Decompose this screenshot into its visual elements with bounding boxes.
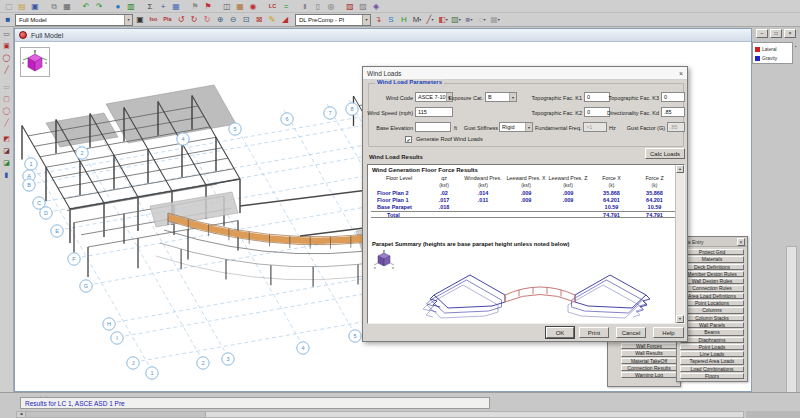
member-menu-icon[interactable]: M▾ bbox=[411, 14, 423, 25]
line-unselect-icon[interactable]: ╱ bbox=[1, 118, 12, 128]
equal-solve-icon[interactable]: = bbox=[280, 1, 292, 12]
new-view-icon[interactable]: ▣ bbox=[134, 14, 146, 25]
base-elevation-input[interactable] bbox=[415, 122, 451, 132]
data-entry-button[interactable]: Beams bbox=[680, 329, 744, 335]
pin-icon[interactable]: ▪ bbox=[795, 43, 797, 49]
data-entry-button[interactable]: Connection Rules bbox=[680, 285, 744, 291]
rotate-iso-icon[interactable]: ↻ bbox=[201, 14, 213, 25]
pencil-edit-icon[interactable]: ✎ bbox=[266, 14, 278, 25]
view-window-titlebar[interactable]: Full Model bbox=[15, 29, 751, 42]
criteria-select-icon[interactable]: ◪ bbox=[1, 146, 12, 156]
calc-loads-button[interactable]: Calc Loads bbox=[645, 148, 685, 159]
circle-tool-icon[interactable]: ◌▾ bbox=[476, 14, 488, 25]
restore-icon[interactable]: □ bbox=[770, 29, 782, 38]
scrollbar-thumb[interactable] bbox=[26, 412, 206, 417]
data-entry-button[interactable]: Materials bbox=[680, 256, 744, 262]
results-scrollbar[interactable]: ▲ ▼ bbox=[675, 165, 684, 323]
help-button[interactable]: Help bbox=[653, 327, 684, 338]
box-unselect-icon[interactable]: ▭ bbox=[1, 82, 12, 92]
flag-red-icon[interactable]: ⚑ bbox=[202, 1, 214, 12]
data-entry-button[interactable]: Member Design Rules bbox=[680, 271, 744, 277]
exposure-cat-select[interactable]: B▾ bbox=[485, 92, 517, 102]
data-entry-button[interactable]: Point Locations bbox=[680, 300, 744, 306]
directionality-kd-input[interactable]: .85 bbox=[661, 107, 685, 117]
node-edit-icon[interactable]: + bbox=[157, 1, 169, 12]
app-window-icon[interactable]: ■ bbox=[2, 14, 14, 25]
data-entry-button[interactable]: Tapered Area Loads bbox=[680, 358, 744, 364]
grid-tool-icon[interactable]: ▦▾ bbox=[489, 14, 501, 25]
print-icon[interactable]: ▦ bbox=[61, 1, 73, 12]
modify-tool-icon[interactable]: ■▾ bbox=[463, 14, 475, 25]
ok-button[interactable]: OK bbox=[546, 327, 574, 338]
tile-windows-icon[interactable]: ◫ bbox=[221, 1, 233, 12]
red-grid-icon[interactable]: ▨ bbox=[344, 1, 356, 12]
report-icon[interactable]: ▯ bbox=[312, 1, 324, 12]
data-entry-button[interactable]: Wall Panels bbox=[680, 322, 744, 328]
scroll-left-icon[interactable]: ◀ bbox=[17, 412, 26, 417]
data-entry-button[interactable]: Diaphragms bbox=[680, 337, 744, 343]
result-selector-combo[interactable]: DL PreComp - Pl ▾ bbox=[295, 14, 371, 26]
data-entry-button[interactable]: Columns bbox=[680, 307, 744, 313]
zoom-out-icon[interactable]: ⊖ bbox=[227, 14, 239, 25]
gust-stiffness-select[interactable]: Rigid▾ bbox=[499, 122, 533, 132]
data-entry-button[interactable]: Column Stacks bbox=[680, 315, 744, 321]
results-panel-button[interactable]: Connection Results bbox=[621, 365, 677, 371]
horizontal-scrollbar[interactable]: ◀ bbox=[16, 411, 744, 418]
help-icon[interactable]: ◈ bbox=[370, 1, 382, 12]
rotate-right-icon[interactable]: ↻ bbox=[188, 14, 200, 25]
load-combination-icon[interactable]: LC bbox=[266, 1, 279, 12]
new-file-icon[interactable]: ▢ bbox=[3, 1, 15, 12]
iso-view-button[interactable]: Iso bbox=[147, 14, 160, 25]
zoom-extents-icon[interactable]: ⊠ bbox=[253, 14, 265, 25]
cancel-button[interactable]: Cancel bbox=[616, 327, 646, 338]
results-panel-button[interactable]: Warning Log bbox=[621, 372, 677, 378]
data-entry-button[interactable]: Area Load Definitions bbox=[680, 293, 744, 299]
apply-load-icon[interactable]: ↴ bbox=[372, 14, 384, 25]
members-icon[interactable]: ‖ bbox=[299, 1, 311, 12]
close-icon[interactable]: × bbox=[784, 29, 796, 38]
flag-gray-icon[interactable]: ⚑ bbox=[189, 1, 201, 12]
draw-area-icon[interactable]: ▨▾ bbox=[450, 14, 462, 25]
data-entry-button[interactable]: Point Loads bbox=[680, 344, 744, 350]
data-entry-button[interactable]: Wall Design Rules bbox=[680, 278, 744, 284]
save-icon[interactable]: ▣ bbox=[29, 1, 41, 12]
spreadsheet-icon[interactable]: ▦ bbox=[234, 1, 246, 12]
rotate-left-icon[interactable]: ↺ bbox=[175, 14, 187, 25]
copy-icon[interactable]: ⧉ bbox=[48, 1, 60, 12]
wind-load-icon[interactable]: H bbox=[398, 14, 410, 25]
box-select-icon[interactable]: ▭ bbox=[1, 29, 12, 39]
data-entry-button[interactable]: Project Grid bbox=[680, 249, 744, 255]
open-file-icon[interactable]: ▤ bbox=[16, 1, 28, 12]
section-sets-icon[interactable]: Σ bbox=[144, 1, 156, 12]
snow-load-icon[interactable]: S bbox=[385, 14, 397, 25]
view-selector-combo[interactable]: Full Model ▾ bbox=[15, 14, 133, 26]
results-panel-button[interactable]: Wall Forces bbox=[621, 343, 677, 349]
close-icon[interactable]: × bbox=[737, 238, 745, 246]
plan-view-button[interactable]: Pla bbox=[161, 14, 174, 25]
print-preview-icon[interactable]: ▥ bbox=[125, 1, 137, 12]
topo-k3-input[interactable]: 0 bbox=[661, 92, 685, 102]
preview-icon[interactable]: ◎ bbox=[325, 1, 337, 12]
grid-icon[interactable]: ▦ bbox=[170, 1, 182, 12]
gray-grid-icon[interactable]: ▨ bbox=[357, 1, 369, 12]
results-panel-button[interactable]: Wall Results bbox=[621, 350, 677, 356]
draw-plates-icon[interactable]: ◧▾ bbox=[437, 14, 449, 25]
lock-unselected-icon[interactable]: ▮ bbox=[1, 170, 12, 180]
box-unselect-red-icon[interactable]: ▢ bbox=[1, 94, 12, 104]
graphic-results-icon[interactable]: ◢ bbox=[279, 14, 291, 25]
redo-icon[interactable]: ↷ bbox=[93, 1, 105, 12]
undo-icon[interactable]: ↶ bbox=[80, 1, 92, 12]
results-panel-button[interactable]: Material TakeOff bbox=[621, 358, 677, 364]
data-entry-button[interactable]: Load Combinations bbox=[680, 366, 744, 372]
web-icon[interactable]: ● bbox=[112, 1, 124, 12]
data-entry-button[interactable]: Line Loads bbox=[680, 351, 744, 357]
invert-selection-icon[interactable]: ◩ bbox=[1, 134, 12, 144]
right-scroll-strip[interactable] bbox=[786, 246, 797, 414]
data-entry-button[interactable]: Floors bbox=[680, 373, 744, 379]
save-selection-icon[interactable]: ◪ bbox=[1, 158, 12, 168]
minimize-icon[interactable]: – bbox=[756, 29, 768, 38]
zoom-window-icon[interactable]: ⊡ bbox=[240, 14, 252, 25]
zoom-in-icon[interactable]: ⊕ bbox=[214, 14, 226, 25]
generate-roof-checkbox[interactable]: ✔ bbox=[405, 136, 412, 143]
data-entry-button[interactable]: Deck Definitions bbox=[680, 264, 744, 270]
